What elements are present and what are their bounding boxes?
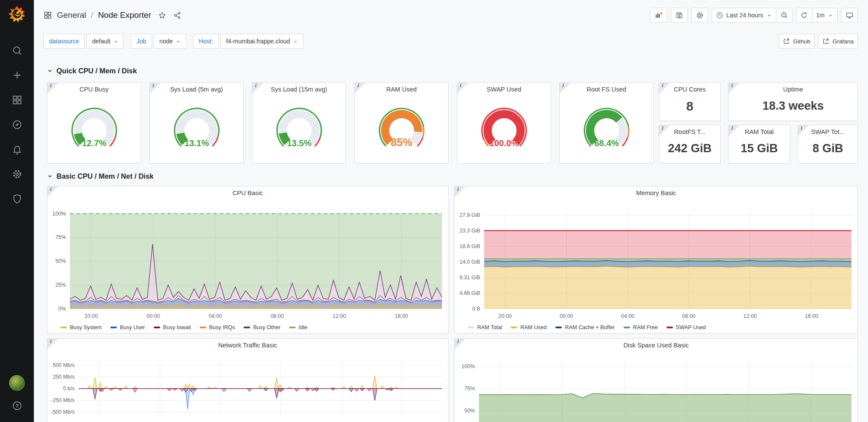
legend-item-idle[interactable]: Idle [289,324,307,330]
zoom-out-button[interactable] [776,8,792,23]
panel-info-icon[interactable]: i [457,83,468,94]
gauge-value: 100.0% [489,138,519,148]
panel-title[interactable]: SWAP Used [457,86,551,93]
panel-title[interactable]: Sys Load (5m avg) [150,86,243,93]
sidebar-item-server-admin[interactable] [0,186,34,211]
search-icon [12,45,23,56]
sidebar-item-create[interactable] [0,63,34,88]
share-icon[interactable] [173,11,182,20]
add-panel-button[interactable] [650,8,667,23]
submenu: datasource default Job node Host: f4-mum… [34,30,868,55]
panel-info-icon[interactable]: i [798,125,809,136]
section-row-basic[interactable]: Basic CPU / Mem / Net / Disk [47,170,858,183]
section-row-quick[interactable]: Quick CPU / Mem / Disk [47,64,858,77]
panel-title[interactable]: CPU Basic [47,190,448,196]
grafana-link-button[interactable]: Grafana [818,34,858,49]
breadcrumb: General / Node Exporter [43,10,182,20]
legend-item-swap-used[interactable]: SWAP Used [667,324,706,330]
filter-job-label[interactable]: Job [131,34,152,49]
svg-text:9.31 GiB: 9.31 GiB [459,275,480,281]
legend-item-busy-other[interactable]: Busy Other [244,324,281,330]
panel-title[interactable]: Disk Space Used Basic [455,342,858,349]
panel-info-icon[interactable]: i [659,83,670,94]
legend-item-busy-irqs[interactable]: Busy IRQs [200,324,235,330]
dashboard-canvas: Quick CPU / Mem / Disk iCPU Busy12.7%iSy… [34,55,868,422]
chart-legend: RAM TotalRAM UsedRAM Cache + BufferRAM F… [468,324,706,330]
filter-host-value[interactable]: f4-mumbai.frappe.cloud [221,34,304,49]
time-range-picker[interactable]: Last 24 hours [712,8,776,23]
sidebar-item-configuration[interactable] [0,162,34,186]
dashboard-settings-button[interactable] [691,8,708,23]
refresh-controls: 1m [796,8,838,23]
user-avatar[interactable] [9,375,25,391]
sidebar-item-alerting[interactable] [0,137,34,162]
panel-disk-space-used-basic: iDisk Space Used Basic100%75%50%25%0%20:… [454,338,858,422]
legend-item-busy-user[interactable]: Busy User [110,324,145,330]
panel-info-icon[interactable]: i [455,186,465,197]
save-dashboard-button[interactable] [671,8,688,23]
panel-title[interactable]: Network Traffic Basic [47,342,448,349]
panel-info-icon[interactable]: i [659,125,670,136]
gauge-value: 85% [390,136,412,148]
refresh-button[interactable] [796,8,812,23]
zoom-out-icon [780,11,788,19]
panel-info-icon[interactable]: i [355,83,366,94]
cycle-view-mode-button[interactable] [841,8,858,23]
breadcrumb-folder[interactable]: General [57,10,86,20]
legend-swatch [154,327,160,328]
disk-space-used-basic-plot[interactable]: 100%75%50%25%0%20:0000:0004:0008:0012:00… [455,339,858,422]
monitor-icon [845,11,854,20]
gauge-value: 68.4% [594,138,619,148]
legend-item-ram-cache-buffer[interactable]: RAM Cache + Buffer [555,324,615,330]
panel-info-icon[interactable]: i [729,83,739,94]
refresh-interval-dropdown[interactable]: 1m [812,8,838,23]
charts-row-top: iCPU Basic100%75%50%25%0%20:0000:0004:00… [47,186,858,334]
panel-title[interactable]: Memory Basic [455,190,858,196]
panel-info-icon[interactable]: i [729,125,739,136]
filter-host-label[interactable]: Host: [193,34,219,49]
panel-title[interactable]: CPU Busy [47,86,141,93]
panel-title[interactable]: RAM Used [355,86,448,93]
filter-datasource-value[interactable]: default [86,34,124,49]
panel-info-icon[interactable]: i [560,83,571,94]
panel-root-fs-used: iRoot FS Used68.4% [559,82,653,164]
sidebar-item-dashboards[interactable] [0,88,34,112]
legend-swatch [511,327,517,328]
legend-item-busy-iowait[interactable]: Busy Iowait [154,324,191,330]
legend-label: Busy Iowait [163,324,191,330]
filter-job-value[interactable]: node [154,34,186,49]
page-title[interactable]: Node Exporter [98,10,152,20]
panel-title[interactable]: Root FS Used [560,86,653,93]
external-link-icon [783,38,790,45]
panel-info-icon[interactable]: i [150,83,161,94]
filter-datasource-label[interactable]: datasource [43,34,85,49]
grafana-logo[interactable] [0,0,34,29]
sidebar-item-search[interactable] [0,38,34,63]
legend-item-ram-free[interactable]: RAM Free [624,324,658,330]
charts-row-bottom: iNetwork Traffic Basic500 Mb/s250 Mb/s0 … [47,338,858,422]
panel-info-icon[interactable]: i [47,339,58,350]
github-link-button[interactable]: Github [779,34,815,49]
panel-title[interactable]: Uptime [729,86,858,93]
network-traffic-basic-plot[interactable]: 500 Mb/s250 Mb/s0 b/s-250 Mb/s-500 Mb/s2… [47,339,449,422]
favorite-star-icon[interactable] [158,11,166,20]
panel-info-icon[interactable]: i [47,186,58,197]
memory-basic-plot[interactable]: 27.9 GiB23.3 GiB18.6 GiB14.0 GiB9.31 GiB… [455,186,858,334]
legend-item-ram-total[interactable]: RAM Total [468,324,502,330]
panel-info-icon[interactable]: i [252,83,263,94]
panel-title[interactable]: Sys Load (15m avg) [252,86,346,93]
legend-label: RAM Used [520,324,546,330]
sys-load-15m-avg-gauge: 13.5% [262,101,336,153]
legend-item-ram-used[interactable]: RAM Used [511,324,546,330]
sidebar-item-explore[interactable] [0,112,34,137]
panel-info-icon[interactable]: i [47,83,58,94]
root-fs-used-gauge: 68.4% [570,101,644,153]
panel-info-icon[interactable]: i [455,339,465,350]
compass-icon [12,119,23,130]
cpu-basic-plot[interactable]: 100%75%50%25%0%20:0000:0004:0008:0012:00… [47,186,449,334]
panel-network-traffic-basic: iNetwork Traffic Basic500 Mb/s250 Mb/s0 … [47,338,449,422]
chevron-down-icon [47,173,53,179]
legend-item-busy-system[interactable]: Busy System [60,324,102,330]
sidebar-item-help[interactable]: ? [0,396,34,415]
panel-uptime: iUptime18.3 weeks [728,82,858,121]
